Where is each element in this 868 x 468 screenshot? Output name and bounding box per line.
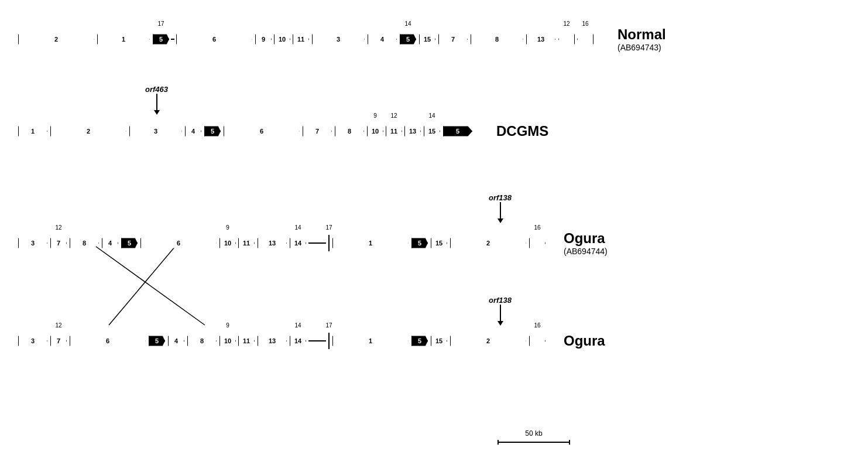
ogura2-label-group: Ogura	[564, 333, 605, 349]
ogura2-row: 3 12 7 6 5 4 8 9 10 11	[18, 333, 605, 349]
gene-5b-ogura1: 5	[411, 235, 428, 251]
gene-6-ogura2: 6	[69, 333, 146, 349]
gene-6-dcgms: 6	[223, 123, 300, 139]
orf138-line-2	[500, 305, 501, 321]
ogura1-label: Ogura	[564, 230, 608, 247]
gene-16-normal: 16	[577, 31, 594, 47]
gene-1-dcgms: 1	[18, 123, 48, 139]
gene-3-ogura2: 3	[18, 333, 48, 349]
connector-normal	[171, 39, 174, 40]
orf138-arrow-1: orf138	[489, 193, 512, 223]
orf463-line	[156, 94, 157, 110]
gene-7-ogura2: 12 7	[50, 333, 67, 349]
gene-2-dcgms: 2	[50, 123, 127, 139]
gene-4-normal: 4	[367, 31, 397, 47]
gene-15-ogura1: 15	[430, 235, 448, 251]
gene-11-dcgms: 12 11	[385, 123, 403, 139]
gene-9-normal: 9	[255, 31, 272, 47]
gene-5b-ogura2: 5	[411, 333, 428, 349]
gene-10-ogura2: 9 10	[219, 333, 236, 349]
dcgms-label-group: DCGMS	[496, 123, 548, 139]
gene-2-normal: 2	[18, 31, 95, 47]
gene-13-dcgms: 13	[404, 123, 421, 139]
gene-10-normal: 10	[273, 31, 291, 47]
gene-7-dcgms: 7	[302, 123, 332, 139]
orf138-arrow-2: orf138	[489, 296, 512, 326]
gene-3-dcgms: 3	[129, 123, 183, 139]
scale-tick-right	[569, 440, 570, 445]
scale-horiz	[499, 442, 569, 443]
gene-11-normal: 11	[292, 31, 310, 47]
gene-15-normal: 15	[418, 31, 436, 47]
gene-10-ogura1: 9 10	[219, 235, 236, 251]
long-connector-ogura1	[308, 242, 326, 244]
gene-8-ogura1: 8	[69, 235, 100, 251]
gene-2-ogura1: 2	[450, 235, 527, 251]
orf138-line-1	[500, 202, 501, 218]
orf463-label: orf463	[145, 85, 168, 94]
gene-13-ogura1: 13	[257, 235, 287, 251]
orf463-arrowhead	[154, 110, 160, 115]
gene-16-ogura1: 16	[529, 235, 546, 251]
gene-1-ogura2: 1	[332, 333, 409, 349]
ogura1-acc: (AB694744)	[564, 247, 608, 256]
gene-8-normal: 8	[470, 31, 524, 47]
gene-14-ogura2: 14 14	[289, 333, 307, 349]
gene-7-ogura1: 12 7	[50, 235, 67, 251]
gene-5-dcgms: 5	[204, 123, 221, 139]
main-container: 2 1 17 5 6 9 10 11 3	[0, 0, 868, 468]
dcgms-label: DCGMS	[496, 123, 548, 139]
orf138-label-1: orf138	[489, 193, 512, 202]
normal-acc: (AB694743)	[617, 43, 666, 52]
gene-13-ogura2: 13	[257, 333, 287, 349]
gene-11-ogura2: 11	[238, 333, 255, 349]
gene-6-normal: 6	[176, 31, 253, 47]
gene-5end-dcgms: 5	[442, 123, 473, 139]
gene-5-ogura2: 5	[148, 333, 166, 349]
gene-4-dcgms: 4	[184, 123, 202, 139]
ogura1-label-group: Ogura (AB694744)	[564, 230, 608, 256]
gene-8-ogura2: 8	[187, 333, 217, 349]
gene-5a-normal: 17 5	[152, 31, 170, 47]
long-connector-ogura2	[308, 340, 326, 341]
gene-5b-normal: 14 5	[399, 31, 417, 47]
gene-14-ogura1: 14 14	[289, 235, 307, 251]
gene-6-ogura1: 6	[140, 235, 217, 251]
gene-16-ogura2: 16	[529, 333, 546, 349]
scale-bar-line	[498, 440, 570, 445]
gene-3-normal: 3	[311, 31, 365, 47]
gene-17-ogura2: 17	[328, 333, 330, 349]
gene-5-ogura1: 5	[121, 235, 138, 251]
orf463-arrow: orf463	[145, 85, 168, 115]
gene-1-ogura1: 1	[332, 235, 409, 251]
gene-13-normal: 13	[526, 31, 556, 47]
scale-label: 50 kb	[525, 429, 542, 438]
orf138-arrowhead-2	[498, 321, 503, 326]
normal-row: 2 1 17 5 6 9 10 11 3	[18, 26, 666, 52]
gene-1-normal: 1	[97, 31, 150, 47]
ogura1-row: 3 12 7 8 4 5 6 9 10 11	[18, 230, 608, 256]
ogura2-label: Ogura	[564, 333, 605, 349]
gene-12-normal: 12	[558, 31, 575, 47]
normal-label-group: Normal (AB694743)	[617, 26, 666, 52]
gene-8-dcgms: 8	[334, 123, 365, 139]
gene-2-ogura2: 2	[450, 333, 527, 349]
normal-label: Normal	[617, 26, 666, 43]
dcgms-row: 1 2 3 4 5 6 7 8 9 10	[18, 123, 548, 139]
scale-bar: 50 kb	[498, 429, 570, 445]
gene-11-ogura1: 11	[238, 235, 255, 251]
gene-15-ogura2: 15	[430, 333, 448, 349]
gene-4-ogura2: 4	[167, 333, 185, 349]
orf138-arrowhead-1	[498, 218, 503, 223]
gene-7-normal: 7	[438, 31, 468, 47]
orf138-label-2: orf138	[489, 296, 512, 305]
gene-3-ogura1: 3	[18, 235, 48, 251]
gene-15-dcgms: 14 15	[423, 123, 441, 139]
gene-4-ogura1: 4	[101, 235, 119, 251]
gene-9-dcgms: 9 10	[366, 123, 384, 139]
gene-17-ogura1: 17	[328, 235, 330, 251]
